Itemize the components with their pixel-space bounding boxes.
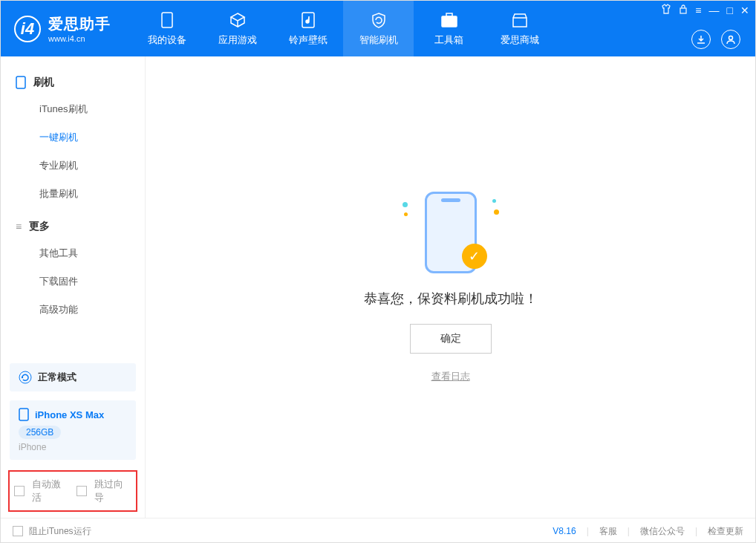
briefcase-icon	[441, 11, 457, 29]
customer-service-link[interactable]: 客服	[599, 525, 617, 538]
close-button[interactable]: ✕	[740, 4, 749, 16]
device-name: iPhone XS Max	[35, 409, 104, 420]
app-site: www.i4.cn	[48, 34, 111, 43]
ok-button[interactable]: 确定	[410, 324, 492, 354]
svg-point-8	[22, 377, 23, 378]
device-type: iPhone	[19, 442, 127, 452]
cube-icon	[229, 11, 246, 29]
maximize-button[interactable]: □	[727, 4, 733, 16]
sidebar-group-more: ≡更多	[1, 214, 145, 239]
device-storage: 256GB	[19, 426, 61, 439]
minimize-button[interactable]: —	[709, 4, 720, 16]
skip-guide-checkbox[interactable]	[76, 486, 87, 496]
nav-store[interactable]: 爱思商城	[484, 1, 555, 56]
logo-area: i4 爱思助手 www.i4.cn	[1, 14, 124, 43]
skip-guide-label: 跳过向导	[94, 478, 131, 504]
main-content: ✓ 恭喜您，保资料刷机成功啦！ 确定 查看日志	[146, 56, 755, 518]
sidebar-item-oneclick-flash[interactable]: 一键刷机	[1, 123, 145, 152]
nav-my-device[interactable]: 我的设备	[131, 1, 202, 56]
sidebar-group-flash: 刷机	[1, 70, 145, 95]
svg-point-5	[729, 36, 733, 40]
sidebar-item-itunes-flash[interactable]: iTunes刷机	[1, 95, 145, 123]
nav-toolbox[interactable]: 工具箱	[414, 1, 484, 56]
svg-rect-2	[442, 16, 457, 27]
check-update-link[interactable]: 检查更新	[708, 525, 743, 538]
header: i4 爱思助手 www.i4.cn 我的设备 应用游戏 铃声壁纸 智能刷机 工具…	[1, 1, 755, 56]
svg-rect-6	[16, 77, 25, 88]
svg-rect-4	[680, 8, 686, 13]
nav-smart-flash[interactable]: 智能刷机	[343, 1, 414, 56]
svg-rect-0	[162, 13, 172, 27]
store-icon	[512, 11, 528, 29]
phone-icon	[19, 408, 29, 421]
phone-icon	[161, 11, 173, 29]
refresh-icon	[19, 371, 32, 384]
sidebar: 刷机 iTunes刷机 一键刷机 专业刷机 批量刷机 ≡更多 其他工具 下载固件…	[1, 56, 146, 518]
check-icon: ✓	[462, 244, 487, 269]
footer: 阻止iTunes运行 V8.16| 客服| 微信公众号| 检查更新	[1, 518, 755, 543]
app-name: 爱思助手	[48, 14, 111, 34]
auto-activate-checkbox[interactable]	[14, 486, 25, 496]
sidebar-item-download-fw[interactable]: 下载固件	[1, 267, 145, 296]
mode-box[interactable]: 正常模式	[10, 363, 136, 391]
lock-icon[interactable]	[679, 4, 688, 16]
nav-apps-games[interactable]: 应用游戏	[202, 1, 273, 56]
nav-tabs: 我的设备 应用游戏 铃声壁纸 智能刷机 工具箱 爱思商城	[131, 1, 555, 56]
menu-icon[interactable]: ≡	[695, 4, 701, 16]
success-message: 恭喜您，保资料刷机成功啦！	[364, 290, 538, 308]
wechat-link[interactable]: 微信公众号	[640, 525, 685, 538]
logo-icon: i4	[14, 16, 41, 42]
sidebar-item-advanced[interactable]: 高级功能	[1, 296, 145, 324]
menu-icon: ≡	[16, 221, 22, 233]
phone-icon	[16, 76, 26, 89]
auto-activate-label: 自动激活	[32, 478, 69, 504]
window-controls: ≡ — □ ✕	[661, 4, 749, 16]
options-highlighted-row: 自动激活 跳过向导	[8, 470, 137, 512]
version-label: V8.16	[553, 526, 576, 536]
svg-rect-3	[446, 13, 452, 16]
download-button[interactable]	[691, 30, 711, 49]
mode-label: 正常模式	[38, 371, 76, 384]
shirt-icon[interactable]	[661, 4, 671, 16]
device-box[interactable]: iPhone XS Max 256GB iPhone	[10, 400, 136, 460]
refresh-shield-icon	[371, 11, 387, 29]
svg-point-7	[19, 371, 31, 383]
success-illustration: ✓	[403, 192, 499, 273]
view-log-link[interactable]: 查看日志	[431, 370, 470, 383]
music-file-icon	[302, 11, 315, 29]
block-itunes-label: 阻止iTunes运行	[29, 525, 91, 538]
sidebar-item-batch-flash[interactable]: 批量刷机	[1, 180, 145, 208]
sidebar-item-other-tools[interactable]: 其他工具	[1, 239, 145, 267]
user-button[interactable]	[721, 30, 740, 49]
block-itunes-checkbox[interactable]	[13, 526, 23, 536]
sidebar-item-pro-flash[interactable]: 专业刷机	[1, 152, 145, 180]
nav-ringtones[interactable]: 铃声壁纸	[273, 1, 343, 56]
svg-rect-9	[19, 409, 28, 420]
